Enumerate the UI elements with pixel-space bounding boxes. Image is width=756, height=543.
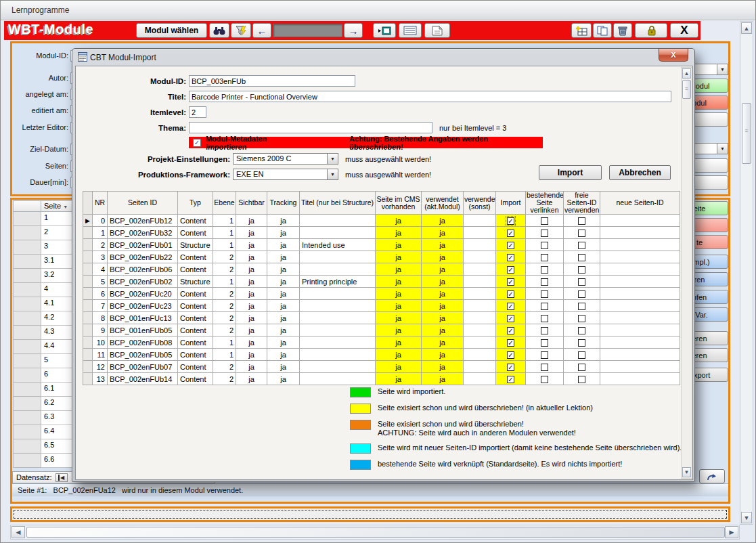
vscroll-thumb[interactable]: ≡: [742, 103, 751, 164]
copy-button[interactable]: [593, 23, 612, 38]
freie-id-checkbox[interactable]: [578, 230, 585, 237]
verlinken-checkbox[interactable]: [541, 364, 548, 371]
hscroll-thumb[interactable]: [26, 527, 725, 538]
row-selector[interactable]: [83, 263, 93, 276]
add-record-button[interactable]: [571, 23, 592, 38]
table-row[interactable]: ▶0BCP_002enFUb12Content1jajajaja✓: [83, 215, 680, 227]
verlinken-checkbox[interactable]: [541, 217, 548, 225]
row-selector[interactable]: [13, 425, 41, 439]
page-view-button[interactable]: [424, 23, 450, 38]
framework-combobox[interactable]: EXE EN ▼: [233, 169, 338, 180]
row-selector[interactable]: [13, 212, 41, 226]
row-selector[interactable]: [13, 383, 41, 397]
row-selector[interactable]: [83, 312, 93, 324]
pages-col-seite[interactable]: Seite ▼: [41, 200, 72, 212]
row-selector[interactable]: [13, 326, 41, 340]
import-checkbox[interactable]: ✓: [507, 290, 514, 298]
row-selector[interactable]: [83, 349, 93, 361]
verlinken-checkbox[interactable]: [541, 278, 548, 286]
chevron-down-icon[interactable]: ▼: [717, 144, 728, 154]
table-row[interactable]: 6BCP_002enFUc20Content2jajajaja✓: [83, 288, 680, 300]
freie-id-checkbox[interactable]: [578, 217, 585, 225]
import-checkbox[interactable]: ✓: [507, 376, 514, 383]
verlinken-checkbox[interactable]: [541, 254, 548, 261]
row-selector[interactable]: [13, 226, 41, 240]
row-selector[interactable]: [13, 297, 41, 311]
modul-id-input[interactable]: [189, 75, 355, 87]
row-selector[interactable]: [83, 336, 93, 349]
row-selector[interactable]: [83, 300, 93, 312]
row-selector[interactable]: [13, 354, 41, 368]
row-selector[interactable]: [13, 397, 41, 411]
row-selector[interactable]: [13, 283, 41, 297]
scroll-right-button[interactable]: ▶: [725, 526, 738, 538]
first-record-button[interactable]: ◀: [55, 473, 68, 482]
import-checkbox[interactable]: ✓: [507, 339, 514, 347]
table-row[interactable]: 12BCP_002enFUb07Content2jajajaja✓: [83, 361, 680, 373]
thema-input[interactable]: [189, 122, 432, 133]
main-horizontal-scrollbar[interactable]: ◀ ▶: [10, 525, 740, 540]
freie-id-checkbox[interactable]: [578, 315, 585, 322]
row-selector[interactable]: [83, 361, 93, 373]
row-selector[interactable]: ▶: [83, 215, 93, 227]
import-checkbox[interactable]: ✓: [507, 315, 514, 322]
verlinken-checkbox[interactable]: [541, 327, 548, 334]
import-checkbox[interactable]: ✓: [507, 254, 514, 261]
verlinken-checkbox[interactable]: [541, 315, 548, 322]
dialog-scroll-up-button[interactable]: ▲: [682, 68, 691, 79]
modul-waehlen-button[interactable]: Modul wählen: [136, 23, 207, 38]
row-selector[interactable]: [83, 227, 93, 239]
list-view-button[interactable]: [399, 23, 422, 38]
import-checkbox[interactable]: ✓: [507, 266, 514, 274]
table-row[interactable]: 4BCP_002enFUb06Content2jajajaja✓: [83, 263, 680, 276]
table-row[interactable]: 9BCP_001enFUb05Content2jajajaja✓: [83, 324, 680, 336]
freie-id-checkbox[interactable]: [578, 303, 585, 310]
verlinken-checkbox[interactable]: [541, 376, 548, 383]
close-form-button[interactable]: X: [670, 23, 698, 38]
freie-id-checkbox[interactable]: [578, 266, 585, 274]
row-selector[interactable]: [83, 251, 93, 263]
import-checkbox[interactable]: ✓: [507, 242, 514, 249]
scroll-left-button[interactable]: ◀: [12, 526, 25, 538]
freie-id-checkbox[interactable]: [578, 364, 585, 371]
dialog-vertical-scrollbar[interactable]: ▲ ≡ ▼: [681, 67, 692, 479]
verlinken-checkbox[interactable]: [541, 303, 548, 310]
table-row[interactable]: 3BCP_002enFUb22Content2jajajaja✓: [83, 251, 680, 263]
verlinken-checkbox[interactable]: [541, 339, 548, 347]
nav-left-button[interactable]: ←: [252, 23, 271, 38]
lock-button[interactable]: [635, 23, 667, 38]
chevron-down-icon[interactable]: ▼: [327, 154, 338, 164]
metadata-import-checkbox[interactable]: ✓: [193, 139, 201, 147]
import-checkbox[interactable]: ✓: [507, 217, 514, 225]
row-selector[interactable]: [13, 368, 41, 383]
row-selector[interactable]: [83, 324, 93, 336]
verlinken-checkbox[interactable]: [541, 242, 548, 249]
find-button[interactable]: [209, 23, 229, 38]
import-checkbox[interactable]: ✓: [507, 351, 514, 359]
table-row[interactable]: 5BCP_002enFUb02Structure1jajaPrinting pr…: [83, 276, 680, 288]
titel-input[interactable]: [189, 91, 671, 102]
import-checkbox[interactable]: ✓: [507, 327, 514, 334]
filter-button[interactable]: [231, 23, 251, 38]
row-selector[interactable]: [83, 288, 93, 300]
main-vertical-scrollbar[interactable]: ▲ ≡ ▼: [740, 21, 753, 525]
freie-id-checkbox[interactable]: [578, 290, 585, 298]
row-selector[interactable]: [13, 311, 41, 326]
freie-id-checkbox[interactable]: [578, 351, 585, 359]
scroll-up-button[interactable]: ▲: [741, 22, 752, 34]
verlinken-checkbox[interactable]: [541, 290, 548, 298]
import-checkbox[interactable]: ✓: [507, 303, 514, 310]
scroll-down-button[interactable]: ▼: [741, 512, 752, 523]
freie-id-checkbox[interactable]: [578, 339, 585, 347]
import-checkbox[interactable]: ✓: [507, 230, 514, 237]
delete-button[interactable]: [613, 23, 632, 38]
freie-id-checkbox[interactable]: [578, 327, 585, 334]
verlinken-checkbox[interactable]: [541, 230, 548, 237]
table-row[interactable]: 2BCP_002enFUb01Structure1jajaIntended us…: [83, 239, 680, 251]
freie-id-checkbox[interactable]: [578, 254, 585, 261]
chevron-down-icon[interactable]: ▼: [717, 64, 728, 74]
row-selector[interactable]: [13, 255, 41, 269]
chevron-down-icon[interactable]: ▼: [327, 169, 338, 179]
row-selector[interactable]: [83, 239, 93, 251]
verlinken-checkbox[interactable]: [541, 351, 548, 359]
